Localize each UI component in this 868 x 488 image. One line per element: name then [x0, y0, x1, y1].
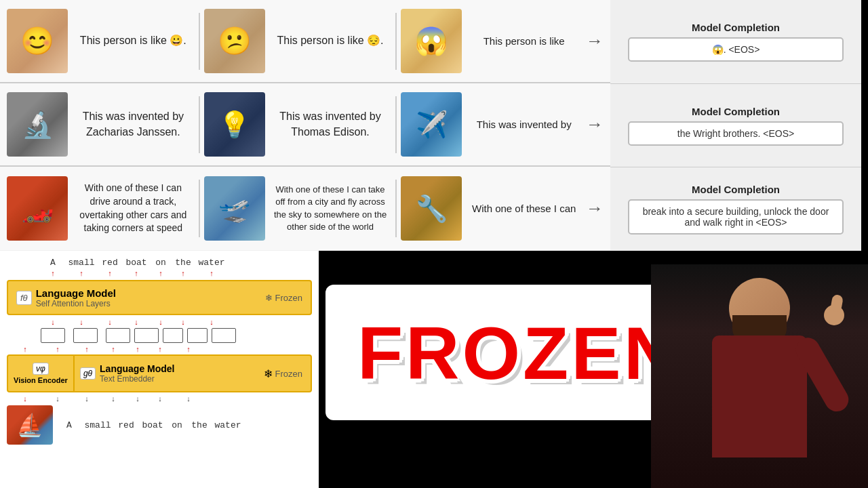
bottom-token-water: water [212, 420, 244, 430]
separator-3 [199, 96, 200, 153]
drill-img: 🔧 [401, 176, 462, 241]
lightbulb-icon: 💡 [204, 92, 265, 157]
up-arrows-row-2: ↑ ↑ ↑ ↑ ↑ ↑ ↑ [7, 345, 312, 353]
separator-5 [199, 180, 200, 238]
bottom-token-on: on [167, 420, 187, 430]
snowflake-icon-bottom: ❄ [264, 367, 273, 380]
data-rows: 😊 This person is like 😀. 😕 This person i… [0, 0, 610, 251]
down-arr-5: ↓ [127, 394, 148, 403]
up-arrow-6: ↑ [171, 269, 195, 277]
row1: 😊 This person is like 😀. 😕 This person i… [0, 0, 610, 83]
up-arrow-img-6: ↑ [148, 345, 172, 353]
bottom-token-small: small [81, 420, 114, 430]
embed-box-3 [106, 328, 130, 343]
snowflake-icon: ❄ [265, 293, 273, 303]
separator-1 [199, 13, 200, 70]
down-arr-2: ↓ [41, 394, 75, 403]
right-col-1: This person is like [466, 35, 582, 47]
completion-block-2: Model Completion the Wright brothers. <E… [610, 84, 861, 168]
partial-caption-1: This person is like [466, 35, 582, 47]
up-arrow-4: ↑ [122, 269, 151, 277]
bottom-token-red: red [114, 420, 138, 430]
caption-sad-man: This person is like 😔. [269, 33, 392, 48]
shocked-img: 😱 [401, 9, 462, 73]
boat-icon: ⛵ [7, 405, 53, 445]
bottom-token-the: the [187, 420, 212, 430]
top-token-row: A small red boat on the water [7, 258, 312, 268]
embed-arrows-row: ↓ ↓ ↓ ↓ ↓ ↓ ↓ [7, 318, 312, 326]
airplane-img: ✈️ [401, 92, 462, 157]
separator-4 [395, 96, 397, 153]
embed-box-1 [41, 328, 65, 343]
text-embedder-info: gθ Language Model Text Embedder [75, 356, 256, 391]
up-arrow-img-1: ↑ [9, 345, 41, 353]
text-embedder-sub: Text Embedder [100, 374, 174, 384]
lm-sub: Self Attention Layers [36, 299, 116, 308]
caption-microscope: This was invented by Zacharias Janssen. [72, 109, 195, 140]
caption-passenger-plane: With one of these I can take off from a … [269, 184, 392, 233]
sad-man-icon: 😕 [204, 9, 265, 73]
caption-woman: This person is like 😀. [72, 33, 195, 48]
down-arr-4: ↓ [99, 394, 127, 403]
completion-block-3: Model Completion break into a secure bui… [610, 167, 861, 251]
down-arrow-6: ↓ [171, 318, 195, 326]
lm-italic: fθ [16, 291, 32, 305]
token-water-top: water [195, 258, 228, 268]
up-arrow-7: ↑ [195, 269, 228, 277]
arrow-1: → [586, 30, 604, 52]
down-arrow-4: ↓ [122, 318, 151, 326]
up-arrow-img-2: ↑ [41, 345, 75, 353]
lightbulb-img: 💡 [204, 92, 265, 157]
embed-box-2 [73, 328, 98, 343]
down-arr-3: ↓ [75, 394, 99, 403]
caption-lightbulb: This was invented by Thomas Edison. [269, 109, 392, 140]
microscope-icon: 🔬 [7, 92, 68, 157]
up-arrow-img-4: ↑ [99, 345, 127, 353]
up-arrow-1: ↑ [41, 269, 65, 277]
up-arrow-3: ↑ [98, 269, 122, 277]
passenger-plane-img: 🛫 [204, 176, 265, 241]
person-photo [651, 264, 868, 488]
separator-2 [395, 13, 397, 70]
race-car-icon: 🏎️ [7, 176, 68, 241]
down-arrow-7: ↓ [195, 318, 228, 326]
boat-img: ⛵ [7, 405, 53, 445]
completion-box-3: break into a secure building, unlock the… [628, 199, 844, 235]
embed-box-4 [134, 328, 159, 343]
down-arrows-to-img: ↓ ↓ ↓ ↓ ↓ ↓ ↓ [7, 394, 312, 403]
completion-box-1: 😱. <EOS> [628, 37, 844, 62]
up-arrows-row: ↑ ↑ ↑ ↑ ↑ ↑ ↑ [7, 269, 312, 277]
bottom-token-A: A [57, 420, 81, 430]
shocked-icon: 😱 [401, 9, 462, 73]
microscope-img: 🔬 [7, 92, 68, 157]
arrow-2: → [586, 114, 604, 135]
token-the-top: the [171, 258, 195, 268]
embed-box-7 [212, 328, 236, 343]
passenger-plane-icon: 🛫 [204, 176, 265, 241]
down-arrow-2: ↓ [65, 318, 98, 326]
down-arrow-5: ↓ [151, 318, 171, 326]
person-bg [651, 264, 868, 488]
boat-tokens-row: ⛵ A small red boat on the water [7, 405, 312, 445]
up-arrow-img-7: ↑ [172, 345, 205, 353]
drill-icon: 🔧 [401, 176, 462, 241]
token-red-top: red [98, 258, 122, 268]
text-embedder-title: Language Model [100, 363, 174, 374]
caption-race-car: With one of these I can drive around a t… [72, 182, 195, 235]
vision-encoder-italic: vφ [33, 363, 49, 375]
woman-face-img: 😊 [7, 9, 68, 73]
completion-title-2: Model Completion [692, 106, 780, 117]
embed-boxes-row [7, 328, 312, 343]
vision-encoder-block: vφ Vision Encoder [8, 356, 75, 391]
down-arr-6: ↓ [148, 394, 172, 403]
completion-title-1: Model Completion [692, 22, 780, 33]
token-A-top: A [41, 258, 65, 268]
person-silhouette [671, 278, 848, 488]
embed-box-6 [187, 328, 208, 343]
bottom-diagram: A small red boat on the water ↑ ↑ ↑ ↑ ↑ … [0, 251, 319, 488]
language-model-block: fθ Language Model Self Attention Layers … [7, 280, 312, 315]
row2: 🔬 This was invented by Zacharias Janssen… [0, 83, 610, 167]
bottom-token-boat: boat [138, 420, 167, 430]
embed-box-5 [163, 328, 183, 343]
up-arrow-2: ↑ [65, 269, 98, 277]
